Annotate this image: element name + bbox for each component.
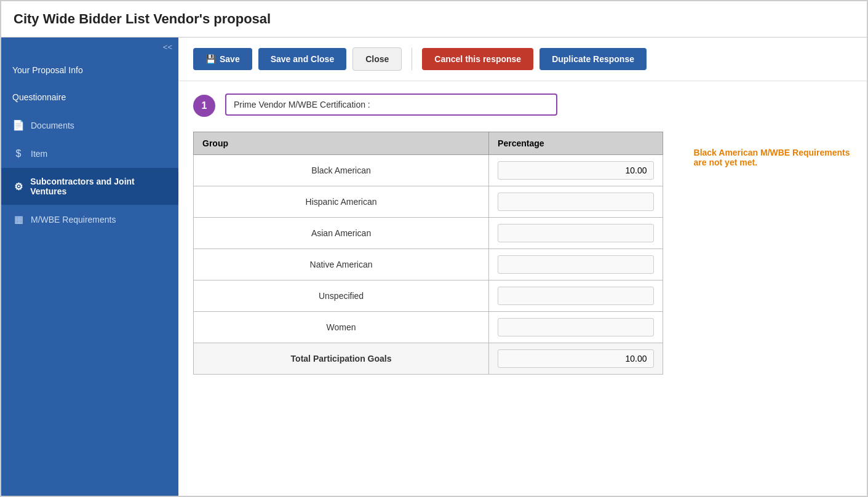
save-and-close-button[interactable]: Save and Close (258, 48, 347, 70)
table-row: Unspecified (194, 280, 663, 312)
question-number: 1 (193, 95, 215, 117)
group-cell: Hispanic American (194, 186, 489, 218)
table-header-row: Group Percentage (194, 132, 663, 155)
sidebar-item-your-proposal-info[interactable]: Your Proposal Info (1, 57, 178, 84)
percentage-cell (489, 249, 663, 280)
warning-message: Black American M/WBE Requirements are no… (694, 129, 852, 167)
question-row: 1 (193, 93, 852, 117)
toolbar: 💾 Save Save and Close Close Cancel this … (178, 38, 867, 81)
participation-table: Group Percentage Black AmericanHispanic … (193, 132, 663, 375)
group-cell: Black American (194, 155, 489, 186)
percentage-cell (489, 280, 663, 312)
main-area: << Your Proposal Info Questionnaire 📄 Do… (1, 38, 867, 496)
total-row: Total Participation Goals (194, 343, 663, 375)
page-title: City Wide Bidder List Vendor's proposal (1, 1, 867, 38)
form-content: 1 Group Percentage (178, 81, 867, 496)
percentage-cell (489, 312, 663, 343)
prime-vendor-certification-input[interactable] (225, 93, 557, 116)
percentage-cell (489, 218, 663, 249)
group-cell: Women (194, 312, 489, 343)
close-button[interactable]: Close (352, 47, 402, 71)
sidebar-collapse-button[interactable]: << (1, 38, 178, 57)
table-with-warning: Group Percentage Black AmericanHispanic … (193, 129, 852, 375)
percentage-input-native-american[interactable] (498, 255, 653, 274)
table-row: Black American (194, 155, 663, 186)
total-label: Total Participation Goals (194, 343, 489, 375)
percentage-input-black-american[interactable] (498, 161, 653, 180)
sidebar-item-questionnaire[interactable]: Questionnaire (1, 84, 178, 111)
save-button[interactable]: 💾 Save (193, 48, 252, 70)
percentage-cell (489, 186, 663, 218)
table-row: Hispanic American (194, 186, 663, 218)
group-header: Group (194, 132, 489, 155)
total-value-cell (489, 343, 663, 375)
cancel-response-button[interactable]: Cancel this response (422, 48, 533, 70)
percentage-input-hispanic-american[interactable] (498, 193, 653, 211)
question-input-wrapper (225, 93, 852, 116)
sidebar-item-documents[interactable]: 📄 Documents (1, 111, 178, 140)
sidebar-item-subcontractors[interactable]: ⚙ Subcontractors and Joint Ventures (1, 168, 178, 205)
save-icon: 💾 (205, 54, 216, 64)
dollar-icon: $ (12, 148, 25, 159)
page-wrapper: City Wide Bidder List Vendor's proposal … (0, 0, 868, 497)
percentage-header: Percentage (489, 132, 663, 155)
sidebar-item-mwbe[interactable]: ▦ M/WBE Requirements (1, 205, 178, 234)
table-icon: ▦ (12, 213, 25, 225)
duplicate-response-button[interactable]: Duplicate Response (540, 48, 647, 70)
gear-icon: ⚙ (12, 181, 24, 193)
document-icon: 📄 (12, 119, 25, 131)
content-area: 💾 Save Save and Close Close Cancel this … (178, 38, 867, 496)
table-row: Women (194, 312, 663, 343)
group-cell: Unspecified (194, 280, 489, 312)
sidebar: << Your Proposal Info Questionnaire 📄 Do… (1, 38, 178, 496)
group-cell: Native American (194, 249, 489, 280)
percentage-input-unspecified[interactable] (498, 287, 653, 305)
table-row: Native American (194, 249, 663, 280)
percentage-cell (489, 155, 663, 186)
percentage-input-women[interactable] (498, 318, 653, 336)
table-row: Asian American (194, 218, 663, 249)
percentage-input-asian-american[interactable] (498, 224, 653, 242)
toolbar-divider (412, 48, 412, 70)
group-cell: Asian American (194, 218, 489, 249)
total-percentage-input[interactable] (498, 349, 653, 368)
sidebar-item-item[interactable]: $ Item (1, 140, 178, 168)
